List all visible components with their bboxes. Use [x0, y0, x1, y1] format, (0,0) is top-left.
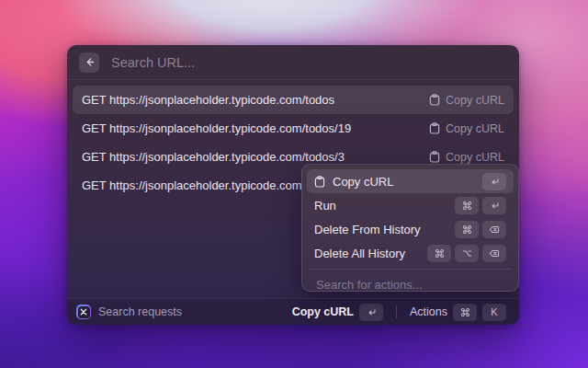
return-key-icon [482, 173, 506, 190]
backspace-key-icon [482, 245, 506, 262]
request-url: GET https://jsonplaceholder.typicode.com… [82, 93, 334, 107]
actions-search-input[interactable] [314, 277, 506, 293]
action-label: Copy cURL [333, 175, 475, 189]
command-key-icon [455, 197, 479, 214]
request-url: GET https://jsonplaceholder.typicode.com… [82, 150, 345, 164]
request-row[interactable]: GET https://jsonplaceholder.typicode.com… [73, 86, 514, 114]
k-key: K [482, 304, 506, 321]
row-accessory: Copy cURL [429, 151, 504, 164]
action-item-delete-from-history[interactable]: Delete From History [307, 217, 514, 241]
search-input[interactable] [109, 54, 507, 71]
actions-button-label: Actions [410, 305, 447, 318]
search-header [67, 45, 519, 80]
row-accessory-label: Copy cURL [446, 94, 504, 107]
menu-divider [309, 269, 512, 270]
clipboard-icon [429, 122, 440, 134]
action-label: Run [314, 199, 447, 213]
actions-menu: Copy cURL Run D [301, 164, 519, 292]
option-key-icon [455, 245, 479, 262]
action-label: Delete All History [314, 247, 420, 260]
desktop-wallpaper: GET https://jsonplaceholder.typicode.com… [0, 0, 588, 368]
left-arrow-icon [85, 57, 95, 67]
return-key-icon [359, 304, 383, 321]
row-accessory: Copy cURL [429, 94, 504, 107]
clipboard-icon [314, 176, 325, 188]
request-url: GET https://jsonplaceholder.typicode.com… [82, 121, 351, 135]
action-item-run[interactable]: Run [307, 193, 514, 217]
backspace-key-icon [482, 221, 506, 238]
footer-bar: Search requests Copy cURL Actions K [67, 298, 519, 325]
back-button[interactable] [79, 52, 99, 73]
return-key-icon [482, 197, 506, 214]
primary-action-label: Copy cURL [292, 305, 354, 318]
clipboard-icon [429, 94, 440, 106]
actions-search [307, 273, 514, 295]
extension-name: Search requests [98, 305, 281, 318]
row-accessory-label: Copy cURL [446, 122, 504, 135]
clipboard-icon [429, 151, 440, 163]
action-item-copy-curl[interactable]: Copy cURL [307, 169, 514, 193]
action-item-delete-all-history[interactable]: Delete All History [307, 241, 514, 265]
footer-divider [396, 305, 397, 318]
request-row[interactable]: GET https://jsonplaceholder.typicode.com… [73, 114, 514, 143]
command-key-icon [427, 245, 451, 262]
command-key-icon [455, 221, 479, 238]
primary-action-button[interactable]: Copy cURL [288, 302, 387, 323]
action-label: Delete From History [314, 223, 447, 236]
command-key-icon [453, 304, 477, 321]
extension-icon [76, 305, 91, 319]
x-glyph-icon [80, 308, 87, 316]
launcher-window: GET https://jsonplaceholder.typicode.com… [67, 45, 519, 325]
row-accessory-label: Copy cURL [446, 151, 504, 164]
actions-button[interactable]: Actions K [406, 302, 510, 323]
row-accessory: Copy cURL [429, 122, 504, 135]
